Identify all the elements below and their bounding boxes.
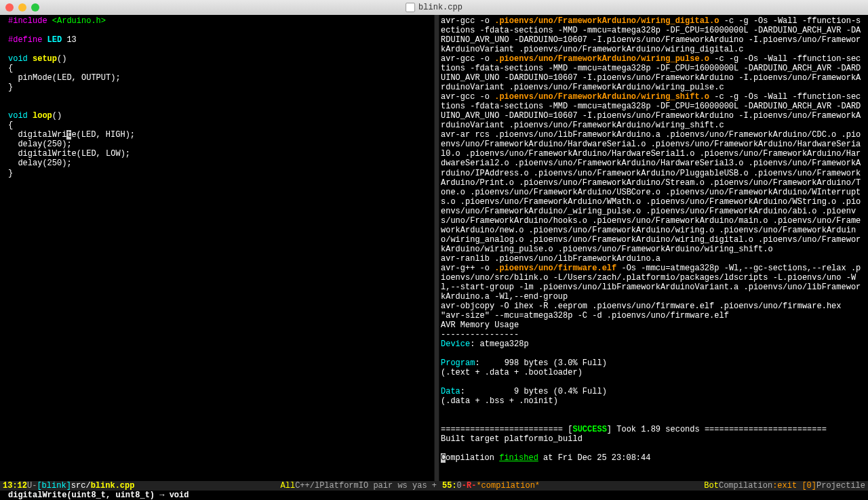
- compilation-output[interactable]: avr-gcc -o .pioenvs/uno/FrameworkArduino…: [439, 15, 868, 481]
- modeline-row: 13:12 U - [blink] src/ blink.cpp All C++…: [0, 481, 868, 491]
- close-icon[interactable]: [5, 3, 14, 12]
- window-title: blink.cpp: [406, 3, 462, 12]
- titlebar: blink.cpp: [0, 0, 868, 15]
- modeline-right: 55: 0 -R- *compilation* Bot Compilation …: [439, 481, 868, 491]
- code-editor[interactable]: #include <Arduino.h> #define LED 13 void…: [0, 15, 434, 481]
- file-icon: [406, 3, 415, 12]
- modeline-left: 13:12 U - [blink] src/ blink.cpp All C++…: [0, 481, 439, 491]
- split-divider[interactable]: [434, 15, 439, 481]
- window-controls: [5, 3, 39, 12]
- maximize-icon[interactable]: [31, 3, 39, 12]
- minimize-icon[interactable]: [18, 3, 26, 12]
- minibuffer: digitalWrite(uint8_t, uint8_t) → void: [0, 491, 868, 500]
